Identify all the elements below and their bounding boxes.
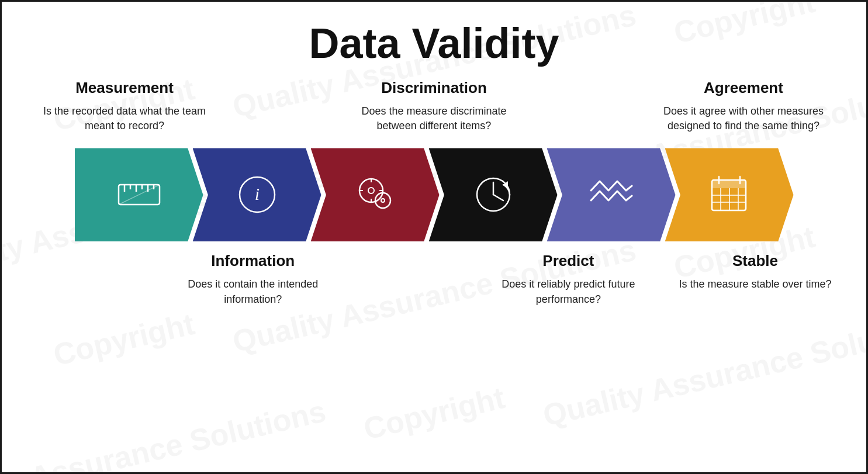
content-area: Measurement Is the recorded data what th… bbox=[25, 79, 843, 461]
label-stable-desc: Is the measure stable over time? bbox=[673, 277, 837, 292]
label-information: Information Does it contain the intended… bbox=[171, 252, 335, 306]
arrow-shape-clock bbox=[429, 148, 558, 241]
arrow-clock bbox=[429, 148, 558, 241]
page-container: Copyright Quality Assurance Solutions Co… bbox=[0, 0, 868, 474]
info-icon: i bbox=[231, 168, 283, 221]
arrow-calendar bbox=[665, 148, 794, 241]
arrow-shape-waves bbox=[547, 148, 676, 241]
label-stable: Stable Is the measure stable over time? bbox=[673, 252, 837, 306]
calendar-icon bbox=[703, 168, 756, 221]
label-measurement-desc: Is the recorded data what the team meant… bbox=[37, 104, 212, 133]
label-measurement: Measurement Is the recorded data what th… bbox=[37, 79, 212, 133]
arrow-shape-circles bbox=[311, 148, 440, 241]
label-agreement-title: Agreement bbox=[656, 79, 831, 97]
waves-icon bbox=[585, 168, 638, 221]
svg-line-20 bbox=[493, 195, 503, 200]
label-predict-desc: Does it reliably predict future performa… bbox=[486, 277, 650, 306]
label-discrimination-title: Discrimination bbox=[347, 79, 522, 97]
bottom-labels-row: Information Does it contain the intended… bbox=[25, 252, 843, 306]
svg-text:i: i bbox=[254, 184, 259, 203]
clock-icon bbox=[467, 168, 520, 221]
ruler-icon bbox=[113, 168, 165, 221]
arrow-shape-ruler bbox=[75, 148, 203, 241]
arrow-circles bbox=[311, 148, 440, 241]
label-information-title: Information bbox=[171, 252, 335, 270]
label-stable-title: Stable bbox=[673, 252, 837, 270]
label-agreement-desc: Does it agree with other measures design… bbox=[656, 104, 831, 133]
label-predict-title: Predict bbox=[486, 252, 650, 270]
arrow-shape-info: i bbox=[193, 148, 321, 241]
label-predict: Predict Does it reliably predict future … bbox=[486, 252, 650, 306]
arrow-ruler bbox=[75, 148, 203, 241]
arrow-info: i bbox=[193, 148, 321, 241]
spacer-1 bbox=[31, 252, 160, 306]
label-information-desc: Does it contain the intended information… bbox=[171, 277, 335, 306]
svg-point-12 bbox=[368, 188, 374, 193]
spacer-2 bbox=[347, 252, 475, 306]
arrow-shape-calendar bbox=[665, 148, 794, 241]
top-labels-row: Measurement Is the recorded data what th… bbox=[25, 79, 843, 133]
label-measurement-title: Measurement bbox=[37, 79, 212, 97]
circles-icon bbox=[349, 168, 402, 221]
arrow-waves bbox=[547, 148, 676, 241]
page-title: Data Validity bbox=[309, 19, 559, 67]
svg-point-13 bbox=[381, 199, 385, 202]
svg-rect-23 bbox=[712, 180, 746, 188]
arrows-row: i bbox=[25, 148, 843, 241]
label-discrimination-desc: Does the measure discriminate between di… bbox=[347, 104, 522, 133]
label-discrimination: Discrimination Does the measure discrimi… bbox=[347, 79, 522, 133]
label-agreement: Agreement Does it agree with other measu… bbox=[656, 79, 831, 133]
